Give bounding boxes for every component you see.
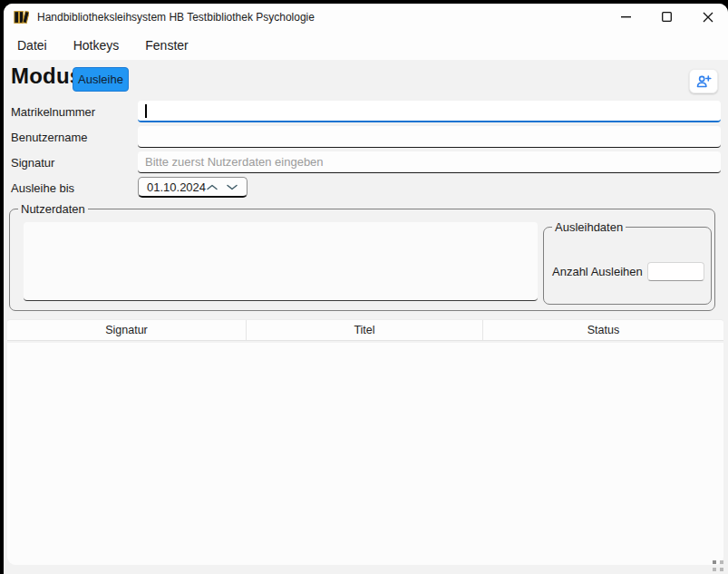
- minimize-button[interactable]: [606, 4, 646, 30]
- ausleihe-bis-date-spinner[interactable]: 01.10.2024: [138, 177, 248, 198]
- person-add-icon: [695, 74, 712, 89]
- text-caret: [145, 104, 147, 118]
- date-spinner-controls: [207, 184, 247, 190]
- menu-item-fenster[interactable]: Fenster: [145, 38, 188, 53]
- table-header-row: Signatur Titel Status: [7, 319, 723, 341]
- ausleihdaten-legend: Ausleihdaten: [552, 219, 626, 235]
- resize-grip-icon[interactable]: [710, 558, 723, 571]
- menu-item-datei[interactable]: Datei: [17, 38, 47, 53]
- matrikelnummer-label: Matrikelnummer: [11, 105, 95, 119]
- menu-bar: Datei Hotkeys Fenster: [4, 30, 728, 60]
- signatur-placeholder: Bitte zuerst Nutzerdaten eingeben: [145, 155, 324, 169]
- anzahl-ausleihen-input[interactable]: [647, 262, 704, 281]
- signatur-input[interactable]: Bitte zuerst Nutzerdaten eingeben: [138, 151, 721, 173]
- books-icon: [14, 10, 29, 24]
- close-button[interactable]: [687, 4, 728, 30]
- benutzername-input[interactable]: [138, 126, 721, 148]
- window-title: Handbibliotheksleihsystem HB Testbibliot…: [37, 11, 315, 24]
- column-header-titel[interactable]: Titel: [247, 320, 483, 340]
- nutzerdaten-groupbox: Nutzerdaten Ausleihdaten Anzahl Ausleihe…: [9, 209, 715, 311]
- ausleihe-bis-label: Ausleihe bis: [11, 181, 74, 195]
- column-header-status[interactable]: Status: [483, 320, 723, 340]
- app-window: Handbibliotheksleihsystem HB Testbibliot…: [4, 4, 728, 574]
- chevron-up-icon[interactable]: [207, 184, 218, 190]
- column-header-signatur[interactable]: Signatur: [7, 320, 247, 340]
- nutzerdaten-legend: Nutzerdaten: [18, 201, 88, 217]
- mode-ausleihe-button[interactable]: Ausleihe: [73, 67, 129, 92]
- maximize-icon: [662, 12, 672, 22]
- window-controls: [606, 4, 728, 30]
- add-user-button[interactable]: [689, 69, 718, 93]
- title-bar: Handbibliotheksleihsystem HB Testbibliot…: [4, 4, 728, 30]
- menu-item-hotkeys[interactable]: Hotkeys: [73, 38, 120, 53]
- anzahl-ausleihen-label: Anzahl Ausleihen: [552, 265, 643, 278]
- mode-heading: Modus: [11, 63, 82, 89]
- content-area: Modus Ausleihe Matrikelnummer Benutzerna…: [4, 60, 728, 574]
- close-icon: [703, 12, 713, 23]
- ausleihdaten-groupbox: Ausleihdaten Anzahl Ausleihen: [543, 227, 712, 305]
- ausleihe-bis-value: 01.10.2024: [147, 180, 206, 194]
- maximize-button[interactable]: [646, 4, 687, 30]
- benutzername-label: Benutzername: [11, 131, 88, 144]
- table-body: [7, 343, 723, 565]
- nutzerdaten-textarea[interactable]: [24, 222, 538, 301]
- signatur-label: Signatur: [11, 156, 54, 170]
- minimize-icon: [621, 16, 631, 18]
- matrikelnummer-input[interactable]: [138, 101, 721, 122]
- chevron-down-icon[interactable]: [227, 184, 238, 190]
